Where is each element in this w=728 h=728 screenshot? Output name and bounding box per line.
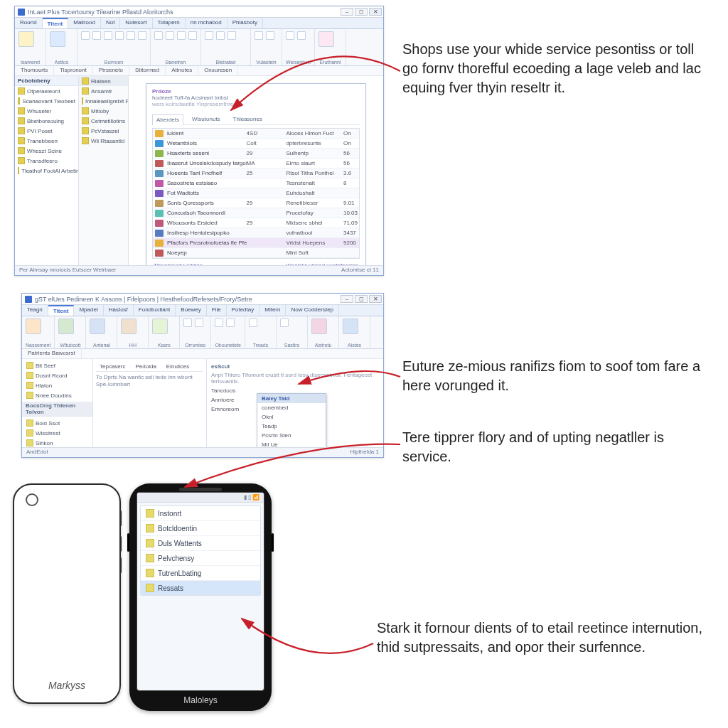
- menu-item[interactable]: Pcsrtn Sten: [257, 431, 326, 440]
- menu-item[interactable]: conembed: [257, 403, 326, 412]
- phone-menu-item[interactable]: Ressats: [141, 581, 260, 595]
- nav-item[interactable]: Tleathof FootAl Arbeting: [15, 166, 78, 176]
- menu-item[interactable]: Oknl: [257, 412, 326, 422]
- ribbon-tab[interactable]: Potedtay: [227, 305, 260, 316]
- ribbon-tab[interactable]: Totapern: [153, 18, 186, 28]
- ribbon-tab[interactable]: File: [207, 305, 227, 316]
- dialog-tab[interactable]: Thleasones: [229, 114, 267, 124]
- nav-item[interactable]: Wissitrest: [22, 428, 92, 438]
- sub-tab[interactable]: Thomourts: [15, 66, 54, 75]
- ribbon-tab[interactable]: Phlasboty: [228, 18, 263, 28]
- nav-item[interactable]: Scanaovant Twobeet: [15, 96, 78, 106]
- close-button[interactable]: ✕: [369, 8, 382, 16]
- panel-tab[interactable]: Pedolda: [132, 362, 159, 371]
- minimize-button[interactable]: –: [341, 295, 353, 303]
- nav-item[interactable]: Whuseter: [15, 106, 78, 116]
- ribbon-tab[interactable]: Boewey: [176, 305, 206, 316]
- table-row[interactable]: Fot Wadtotts Euhdushalt: [153, 188, 359, 198]
- menu-item[interactable]: Mil Ue: [257, 440, 326, 447]
- window-titlebar[interactable]: gST elUes Pedineen K Assons | Fifelpoors…: [22, 294, 383, 305]
- panel-tab[interactable]: Tepcaserc: [96, 362, 129, 371]
- phone-menu-item[interactable]: Instonrt: [141, 506, 260, 521]
- cell-desc: Tesnstenait: [286, 180, 343, 186]
- ribbon-tab[interactable]: Notesort: [120, 18, 152, 28]
- nav-item[interactable]: Slrikon: [22, 438, 92, 447]
- ribbon-tab[interactable]: Now Codderstep: [286, 305, 339, 316]
- cell-name: Noeyep: [166, 250, 247, 256]
- dialog-tab[interactable]: Aberdets: [152, 114, 183, 125]
- table-row[interactable]: Ibaserut Uncelekdospudy targosel MA Eirn…: [153, 159, 359, 168]
- nav-item[interactable]: Cetmetillotins: [79, 116, 128, 126]
- sub-tab[interactable]: Oxouresen: [198, 66, 238, 75]
- ribbon-tab[interactable]: Not: [101, 18, 120, 28]
- annotation-2: Euture ze-mious ranifizs fiom to soof to…: [402, 357, 707, 395]
- ribbon-tab[interactable]: Mitern: [259, 305, 286, 316]
- nav-item[interactable]: Tranebbeen: [15, 136, 78, 146]
- table-row[interactable]: Hsaxterts seseni 29 Sulhentp 56: [153, 149, 359, 159]
- ribbon-tab[interactable]: Hastosf: [104, 305, 134, 316]
- cell-name: Hsaxterts seseni: [166, 150, 247, 156]
- maximize-button[interactable]: ◻: [355, 295, 368, 303]
- table-row[interactable]: luicent 4SD Aloces Himon Fuct On: [153, 129, 359, 139]
- nav-item[interactable]: Otperaeleord: [15, 86, 78, 96]
- nav-item[interactable]: Wil Rtasantld: [79, 136, 128, 146]
- annotation-3: Tere tipprer flory and of upting negatll…: [402, 428, 707, 466]
- close-button[interactable]: ✕: [369, 295, 382, 303]
- phone-menu-item[interactable]: Botcldoentin: [141, 521, 260, 536]
- phone-menu-item[interactable]: TutrenLbating: [141, 566, 260, 581]
- table-row[interactable]: Noeyep Mint Soft: [153, 248, 359, 258]
- nav-item-selected[interactable]: Riateen: [79, 76, 128, 86]
- nav-item[interactable]: Innaleaeligrebit Phessl: [79, 96, 128, 106]
- table-row[interactable]: Sasostreta estsiaeo Tesnstenait 8: [153, 178, 359, 188]
- table-row[interactable]: Insthesp Hentolesipopko vofnatbool 3437: [153, 228, 359, 238]
- middle-panel: Tepcaserc Pedolda Elnutices To Dprts Na …: [93, 359, 207, 447]
- nav-item[interactable]: Bit Seef: [22, 360, 92, 370]
- table-row[interactable]: Concudsoh Taconnordi Procetofay 10.03: [153, 208, 359, 218]
- ribbon-tab[interactable]: Round: [15, 18, 43, 28]
- nav-item[interactable]: Transdfeero: [15, 156, 78, 166]
- table-row[interactable]: Wbousonts Ersicied 29 Midsenc sbhel 71.0…: [153, 218, 359, 228]
- dialog-subtitle: hodneet Toff-fa Acsinant Inibst: [152, 95, 360, 101]
- phone-menu-item[interactable]: Duls Wattents: [141, 536, 260, 551]
- ribbon-tab[interactable]: nn mchabod: [186, 18, 228, 28]
- panel-tab[interactable]: Elnutices: [163, 362, 193, 371]
- ribbon-tab-active[interactable]: Titent: [48, 305, 75, 316]
- cell-val: 4SD: [247, 130, 287, 136]
- table-row[interactable]: Sonis Qoressports 29 Renetibieser 9.01: [153, 198, 359, 208]
- phone-menu-item[interactable]: Pelvchensy: [141, 551, 260, 566]
- ribbon-group-label: Drromies: [183, 343, 207, 348]
- phone-status-bar: ▮ ▯ 📶: [137, 493, 264, 503]
- ribbon-tab[interactable]: Mpadel: [74, 305, 103, 316]
- nav-item[interactable]: PcVstaszel: [79, 126, 128, 136]
- table-row[interactable]: Pfacfors Prcsrotnofoetas fle Pfensl Vrtd…: [153, 238, 359, 248]
- nav-item[interactable]: Nnee Doudins: [22, 390, 92, 400]
- nav-item[interactable]: Wheszt Scine: [15, 146, 78, 156]
- ribbon-tab[interactable]: Mailrood: [68, 18, 101, 28]
- app-icon: [25, 296, 32, 303]
- maximize-button[interactable]: ◻: [355, 8, 368, 16]
- nav-item[interactable]: Bold Ssot: [22, 418, 92, 428]
- table-row[interactable]: Wetantbiots Colt dpterbresunte On: [153, 139, 359, 149]
- sub-tab[interactable]: Tispronont: [54, 66, 93, 75]
- nav-item[interactable]: PVI Poset: [15, 126, 78, 136]
- nav-item[interactable]: Dosnt Rcord: [22, 370, 92, 380]
- nav-item[interactable]: Hlaton: [22, 380, 92, 390]
- phone-screen[interactable]: ▮ ▯ 📶 InstonrtBotcldoentinDuls WattentsP…: [136, 492, 264, 691]
- ribbon-tab-active[interactable]: Titent: [43, 18, 69, 28]
- table-row[interactable]: Hoeenis Tant Fncfhelf 25 Rtsol Titha Pon…: [153, 168, 359, 178]
- sub-tab[interactable]: Atinotes: [166, 66, 198, 75]
- ribbon-group-label: Banetren: [154, 60, 197, 65]
- nav-item[interactable]: Mitioby: [79, 106, 128, 116]
- ribbon-tab[interactable]: Fondbodiant: [134, 305, 176, 316]
- menu-item[interactable]: Teadp: [257, 422, 326, 431]
- nav-item[interactable]: Bbetboreoulng: [15, 116, 78, 126]
- window-titlebar[interactable]: InLaet Plus Tocertoursy Tilearine Pllast…: [15, 6, 383, 18]
- minimize-button[interactable]: –: [341, 8, 353, 16]
- nav-item[interactable]: Ansamtr: [79, 86, 128, 96]
- sub-tab[interactable]: Ptrseneto: [93, 66, 129, 75]
- dialog-tab[interactable]: Wisutonuts: [188, 114, 225, 124]
- sub-tab[interactable]: Patrients Bawosrst: [22, 349, 82, 358]
- sub-tab[interactable]: Stitormed: [129, 66, 166, 75]
- panel-text: Anpt Thiero Tifomont crustt ti sord tosy…: [211, 372, 379, 385]
- ribbon-tab[interactable]: Teagn: [22, 305, 48, 316]
